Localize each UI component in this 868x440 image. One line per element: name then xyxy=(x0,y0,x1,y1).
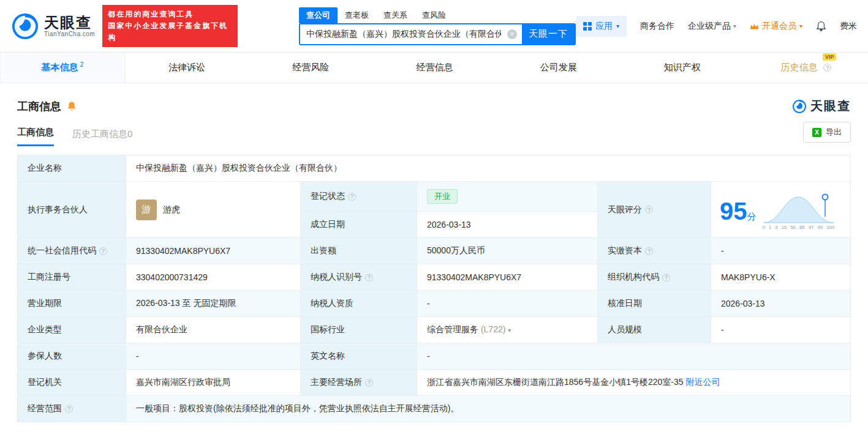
score-chart: 0131550859799100 xyxy=(763,192,835,230)
field-value-staff-size: - xyxy=(711,317,851,343)
status-badge: 开业 xyxy=(427,189,458,204)
field-label-address: 主要经营场所? xyxy=(301,370,417,396)
watermark-logo-text: 天眼查 xyxy=(810,98,851,114)
logo-swirl-icon xyxy=(11,12,39,40)
reg-status-label-text: 登记状态 xyxy=(311,191,345,202)
apps-menu[interactable]: 应用 ▾ xyxy=(576,16,627,37)
tab-company-development[interactable]: 公司发展 xyxy=(497,53,621,83)
industry-name: 综合管理服务 xyxy=(427,324,478,334)
section-watermark-logo: 天眼查 xyxy=(792,98,851,114)
help-icon[interactable]: ? xyxy=(645,247,653,255)
menu-cooperation[interactable]: 商务合作 xyxy=(640,21,674,32)
field-value-address: 浙江省嘉兴市南湖区东栅街道南江路1856号基金小镇1号楼220室-35 附近公司 xyxy=(417,370,851,396)
field-label-tyc-score: 天眼评分 ? xyxy=(598,182,711,238)
score-number: 95 xyxy=(720,198,747,225)
search-button[interactable]: 天眼一下 xyxy=(522,24,575,44)
search-box: × 天眼一下 xyxy=(299,23,576,45)
field-value-taxpayer-id: 91330402MAK8PYU6X7 xyxy=(417,264,598,291)
field-label-industry: 国标行业 xyxy=(301,317,417,343)
company-nav-tabs: 基本信息 2 法律诉讼 经营风险 经营信息 公司发展 知识产权 历史信息 VIP… xyxy=(0,53,868,83)
logo-swirl-icon xyxy=(792,99,807,114)
field-label-capital: 出资额 xyxy=(301,238,417,264)
help-icon[interactable]: ? xyxy=(365,274,373,282)
help-icon[interactable]: ? xyxy=(823,64,831,72)
help-icon[interactable]: ? xyxy=(99,247,107,255)
grid-icon xyxy=(583,22,592,31)
industry-expand-caret-icon[interactable]: ▾ xyxy=(508,327,511,334)
caret-down-icon: ▾ xyxy=(616,23,619,29)
field-label-taxpayer-id: 纳税人识别号? xyxy=(301,264,417,291)
field-value-establish-date: 2026-03-13 xyxy=(417,212,598,238)
slogan-banner: 都在用的商业查询工具 国家中小企业发展子基金旗下机构 xyxy=(102,5,238,48)
field-label-executive-partner: 执行事务合伙人 xyxy=(18,182,126,238)
vip-badge: VIP xyxy=(823,53,837,61)
field-value-company-type: 有限合伙企业 xyxy=(126,317,301,343)
partner-name-link[interactable]: 游虎 xyxy=(163,204,180,215)
search-tab-boss[interactable]: 查老板 xyxy=(338,7,376,23)
subscribe-bell-icon[interactable] xyxy=(67,101,77,111)
field-value-business-term: 2026-03-13 至 无固定期限 xyxy=(126,291,301,317)
field-value-credit-code: 91330402MAK8PYU6X7 xyxy=(126,238,301,264)
logo-title: 天眼查 xyxy=(44,15,95,31)
search-tab-risk[interactable]: 查风险 xyxy=(415,7,453,23)
help-icon[interactable]: ? xyxy=(348,193,356,201)
field-label-company-type: 企业类型 xyxy=(18,317,126,343)
business-info-table: 企业名称 中保投融新盈（嘉兴）股权投资合伙企业（有限合伙） 执行事务合伙人 游 … xyxy=(17,155,851,422)
search-tab-company[interactable]: 查公司 xyxy=(299,7,338,23)
field-value-taxpayer-quality: - xyxy=(417,291,598,317)
clear-search-icon[interactable]: × xyxy=(507,29,517,39)
subtab-business-info[interactable]: 工商信息 xyxy=(17,127,54,146)
field-value-industry: 综合管理服务 (L722) ▾ xyxy=(417,317,598,343)
field-value-tyc-score: 95分 0131550859799100 xyxy=(711,182,851,238)
field-label-staff-size: 人员规模 xyxy=(598,317,711,343)
subtab-history-business-info[interactable]: 历史工商信息0 xyxy=(72,129,132,146)
tab-operation-risk[interactable]: 经营风险 xyxy=(249,53,372,83)
tab-basic-info-count: 2 xyxy=(80,61,84,68)
score-curve-icon xyxy=(763,192,835,224)
help-icon[interactable]: ? xyxy=(662,274,670,282)
industry-code: (L722) xyxy=(481,324,505,334)
paid-capital-label-text: 实缴资本 xyxy=(608,245,642,256)
help-icon[interactable]: ? xyxy=(65,405,73,413)
tab-basic-info[interactable]: 基本信息 2 xyxy=(0,53,125,83)
search-tab-relation[interactable]: 查关系 xyxy=(376,7,415,23)
vip-label: 开通会员 xyxy=(762,21,796,32)
address-text: 浙江省嘉兴市南湖区东栅街道南江路1856号基金小镇1号楼220室-35 xyxy=(427,377,684,387)
score-unit: 分 xyxy=(747,211,757,222)
excel-icon: X xyxy=(812,128,821,137)
score-label-text: 天眼评分 xyxy=(608,204,642,215)
tianyancha-logo[interactable]: 天眼查 TianYanCha.com xyxy=(11,12,95,40)
menu-enterprise[interactable]: 企业级产品 ▾ xyxy=(688,21,736,32)
field-label-reg-number: 工商注册号 xyxy=(18,264,126,291)
user-nickname[interactable]: 费米 xyxy=(840,21,857,32)
tab-legal[interactable]: 法律诉讼 xyxy=(125,53,249,83)
field-value-org-code: MAK8PYU6-X xyxy=(711,264,851,291)
export-label: 导出 xyxy=(826,127,842,138)
field-label-org-code: 组织机构代码? xyxy=(598,264,711,291)
field-label-business-scope: 经营范围? xyxy=(18,396,126,422)
field-label-approval-date: 核准日期 xyxy=(598,291,711,317)
open-vip-link[interactable]: 开通会员 ▾ xyxy=(750,21,802,32)
slogan-line1: 都在用的商业查询工具 xyxy=(108,9,232,20)
section-title: 工商信息 xyxy=(17,99,61,114)
search-input[interactable] xyxy=(300,29,507,39)
field-value-insured-count: - xyxy=(126,343,301,370)
slogan-line2: 国家中小企业发展子基金旗下机构 xyxy=(108,20,232,43)
help-icon[interactable]: ? xyxy=(645,206,653,214)
field-label-credit-code: 统一社会信用代码? xyxy=(18,238,126,264)
tab-intellectual-property[interactable]: 知识产权 xyxy=(621,53,744,83)
export-button[interactable]: X 导出 xyxy=(803,122,851,143)
tab-history-info[interactable]: 历史信息 VIP ? xyxy=(744,53,868,83)
top-header: 天眼查 TianYanCha.com 都在用的商业查询工具 国家中小企业发展子基… xyxy=(0,0,868,53)
field-value-reg-status: 开业 xyxy=(417,182,598,212)
tab-basic-info-label: 基本信息 xyxy=(42,62,78,73)
logo-subtitle: TianYanCha.com xyxy=(44,31,95,37)
help-icon[interactable]: ? xyxy=(365,379,373,387)
subtabs-row: 工商信息 历史工商信息0 X 导出 xyxy=(17,127,851,146)
tab-operation-info[interactable]: 经营信息 xyxy=(372,53,496,83)
partner-avatar[interactable]: 游 xyxy=(136,199,157,220)
notification-bell-icon[interactable] xyxy=(816,21,826,32)
caret-down-icon: ▾ xyxy=(733,23,736,29)
nearby-companies-link[interactable]: 附近公司 xyxy=(685,377,720,387)
address-label-text: 主要经营场所 xyxy=(311,377,362,388)
